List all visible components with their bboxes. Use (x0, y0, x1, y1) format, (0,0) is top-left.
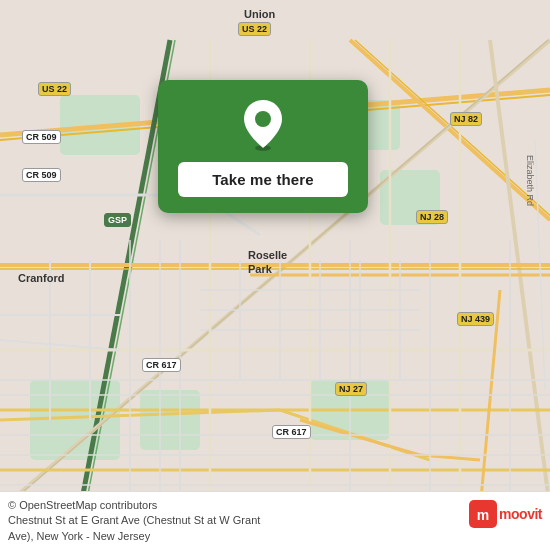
bottom-bar: © OpenStreetMap contributors Chestnut St… (0, 491, 550, 550)
svg-text:m: m (477, 507, 489, 523)
popup-card: Take me there (158, 80, 368, 213)
attribution-text: © OpenStreetMap contributors Chestnut St… (8, 498, 461, 544)
svg-rect-4 (140, 390, 200, 450)
badge-nj439: NJ 439 (457, 312, 494, 326)
take-me-there-button[interactable]: Take me there (178, 162, 348, 197)
map-pin-icon (241, 98, 285, 152)
badge-nj27: NJ 27 (335, 382, 367, 396)
osm-attribution: © OpenStreetMap contributors (8, 499, 157, 511)
badge-us22-left: US 22 (38, 82, 71, 96)
badge-nj28: NJ 28 (416, 210, 448, 224)
place-roselle-park: RosellePark (248, 248, 287, 277)
moovit-icon: m (469, 500, 497, 528)
elizabeth-rd-label: Elizabeth Rd (525, 155, 535, 206)
badge-cr509-1: CR 509 (22, 130, 61, 144)
address-line1: Chestnut St at E Grant Ave (Chestnut St … (8, 514, 260, 526)
place-cranford: Cranford (18, 272, 64, 284)
badge-us22-top: US 22 (238, 22, 271, 36)
badge-cr509-2: CR 509 (22, 168, 61, 182)
moovit-logo: m moovit (469, 500, 542, 528)
place-union: Union (244, 8, 275, 20)
badge-nj82: NJ 82 (450, 112, 482, 126)
moovit-text: moovit (499, 506, 542, 522)
badge-cr617-1: CR 617 (142, 358, 181, 372)
badge-cr617-2: CR 617 (272, 425, 311, 439)
address-line2: Ave), New York - New Jersey (8, 530, 150, 542)
svg-point-57 (255, 111, 271, 127)
map-container: US 22 US 22 NJ 82 CR 509 CR 509 GSP NJ 2… (0, 0, 550, 550)
badge-gsp: GSP (104, 213, 131, 227)
